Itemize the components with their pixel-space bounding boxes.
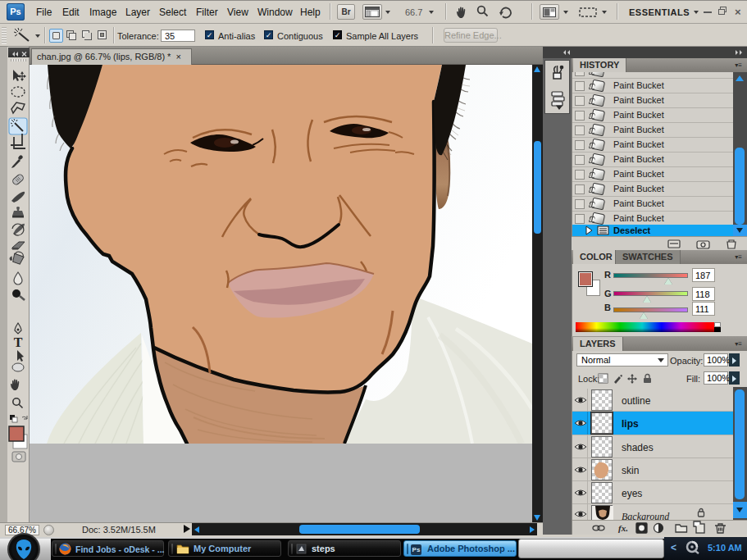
svg-text:T: T (14, 335, 23, 349)
svg-text:fx.: fx. (618, 523, 628, 533)
